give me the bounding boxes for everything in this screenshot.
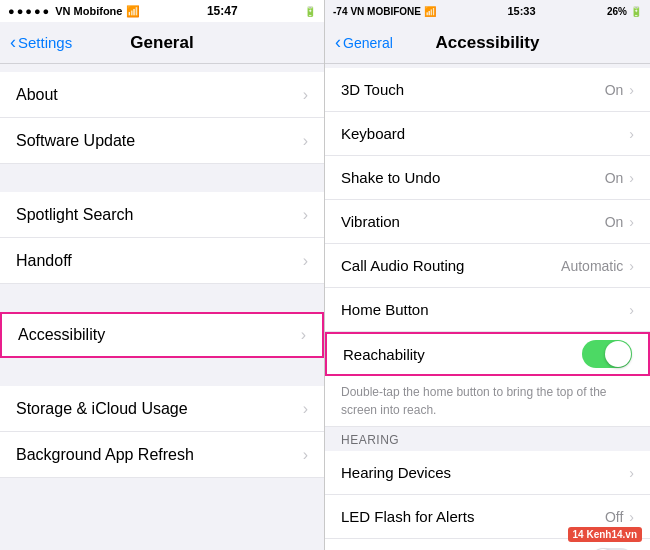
left-status-left: ●●●●● VN Mobifone 📶 xyxy=(8,5,140,18)
chevron-hearing-devices: › xyxy=(629,465,634,481)
left-nav-bar: ‹ Settings General xyxy=(0,22,324,64)
left-time: 15:47 xyxy=(207,4,238,18)
right-panel: -74 VN MOBIFONE 📶 15:33 26% 🔋 ‹ General … xyxy=(325,0,650,550)
right-3dtouch-value: On › xyxy=(605,82,634,98)
right-section-list: 3D Touch On › Keyboard › Shake to Undo O… xyxy=(325,64,650,550)
right-item-call-audio[interactable]: Call Audio Routing Automatic › xyxy=(325,244,650,288)
left-status-right: 🔋 xyxy=(304,6,316,17)
chevron-background: › xyxy=(303,446,308,464)
left-item-about[interactable]: About › xyxy=(0,72,324,118)
right-carrier: VN MOBIFONE xyxy=(350,6,421,17)
right-shake-value: On › xyxy=(605,170,634,186)
left-wifi-icon: 📶 xyxy=(126,5,140,18)
chevron-keyboard: › xyxy=(629,126,634,142)
left-carrier: VN Mobifone xyxy=(55,5,122,17)
chevron-software: › xyxy=(303,132,308,150)
right-item-hearing-devices[interactable]: Hearing Devices › xyxy=(325,451,650,495)
right-item-keyboard[interactable]: Keyboard › xyxy=(325,112,650,156)
right-item-reachability[interactable]: Reachability xyxy=(325,332,650,376)
gap1 xyxy=(0,64,324,72)
left-panel: ●●●●● VN Mobifone 📶 15:47 🔋 ‹ Settings G… xyxy=(0,0,325,550)
right-keyboard-value: › xyxy=(629,126,634,142)
left-item-background-refresh[interactable]: Background App Refresh › xyxy=(0,432,324,478)
left-chevron-icon: ‹ xyxy=(10,32,16,53)
chevron-accessibility: › xyxy=(301,326,306,344)
right-back-label: General xyxy=(343,35,393,51)
right-status-bar: -74 VN MOBIFONE 📶 15:33 26% 🔋 xyxy=(325,0,650,22)
right-item-home-button[interactable]: Home Button › xyxy=(325,288,650,332)
gap2 xyxy=(0,164,324,192)
right-time: 15:33 xyxy=(507,5,535,17)
right-nav-title: Accessibility xyxy=(436,33,540,53)
left-dots: ●●●●● xyxy=(8,5,51,17)
right-home-value: › xyxy=(629,302,634,318)
left-back-button[interactable]: ‹ Settings xyxy=(10,32,72,53)
left-status-bar: ●●●●● VN Mobifone 📶 15:47 🔋 xyxy=(0,0,324,22)
right-item-3dtouch[interactable]: 3D Touch On › xyxy=(325,68,650,112)
right-battery-icon: 🔋 xyxy=(630,6,642,17)
left-back-label: Settings xyxy=(18,34,72,51)
left-nav-title: General xyxy=(130,33,193,53)
chevron-vibration: › xyxy=(629,214,634,230)
right-hearing-devices-value: › xyxy=(629,465,634,481)
watermark: 14 Kenh14.vn xyxy=(568,527,642,542)
right-signal: -74 xyxy=(333,6,347,17)
hearing-section-header: HEARING xyxy=(325,427,650,451)
left-battery-icon: 🔋 xyxy=(304,6,316,17)
chevron-spotlight: › xyxy=(303,206,308,224)
toggle-knob xyxy=(605,341,631,367)
left-item-accessibility[interactable]: Accessibility › xyxy=(0,312,324,358)
right-status-right: 26% 🔋 xyxy=(607,6,642,17)
right-item-shake-undo[interactable]: Shake to Undo On › xyxy=(325,156,650,200)
chevron-led-flash: › xyxy=(629,509,634,525)
right-call-audio-value: Automatic › xyxy=(561,258,634,274)
chevron-home: › xyxy=(629,302,634,318)
right-led-flash-value: Off › xyxy=(605,509,634,525)
left-item-software-update[interactable]: Software Update › xyxy=(0,118,324,164)
gap3 xyxy=(0,284,324,312)
reachability-description: Double-tap the home button to bring the … xyxy=(325,376,650,427)
left-section-list: About › Software Update › Spotlight Sear… xyxy=(0,64,324,550)
right-status-left: -74 VN MOBIFONE 📶 xyxy=(333,6,436,17)
left-item-handoff[interactable]: Handoff › xyxy=(0,238,324,284)
right-item-vibration[interactable]: Vibration On › xyxy=(325,200,650,244)
gap4 xyxy=(0,358,324,386)
chevron-storage: › xyxy=(303,400,308,418)
chevron-about: › xyxy=(303,86,308,104)
left-item-spotlight[interactable]: Spotlight Search › xyxy=(0,192,324,238)
chevron-shake: › xyxy=(629,170,634,186)
chevron-call-audio: › xyxy=(629,258,634,274)
right-vibration-value: On › xyxy=(605,214,634,230)
right-back-chevron-icon: ‹ xyxy=(335,32,341,53)
chevron-3dtouch: › xyxy=(629,82,634,98)
chevron-handoff: › xyxy=(303,252,308,270)
right-back-button[interactable]: ‹ General xyxy=(335,32,393,53)
right-nav-bar: ‹ General Accessibility xyxy=(325,22,650,64)
right-battery-pct: 26% xyxy=(607,6,627,17)
left-item-storage[interactable]: Storage & iCloud Usage › xyxy=(0,386,324,432)
right-wifi-icon: 📶 xyxy=(424,6,436,17)
reachability-toggle[interactable] xyxy=(582,340,632,368)
